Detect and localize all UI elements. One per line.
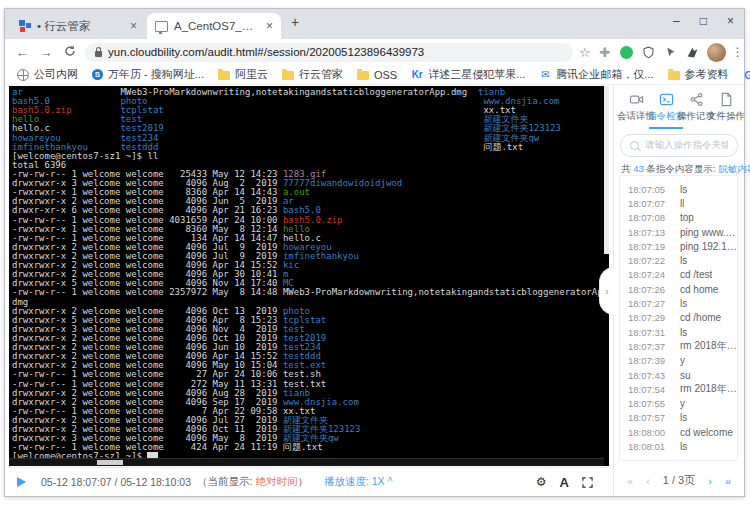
tab-centos7-session[interactable]: A_CentOS7_SZ1 × xyxy=(147,13,281,39)
evernote-extension-icon[interactable] xyxy=(619,44,635,60)
forward-button[interactable]: → xyxy=(37,45,55,60)
absolute-time-link[interactable]: 绝对时间 xyxy=(255,475,297,487)
command-row[interactable]: 18:07:13ping www.baidu.com xyxy=(620,225,737,239)
font-size-icon[interactable]: A xyxy=(560,475,569,490)
address-bar[interactable]: yun.cloudbility.com/audit.html#/session/… xyxy=(85,43,573,62)
maximize-button[interactable]: □ xyxy=(700,14,707,28)
terminal-line: drwxrwxr-x 5 welcome welcome 4096 Nov 14… xyxy=(12,279,603,288)
command-search-input[interactable]: 请输入操作指令关键字 xyxy=(620,134,738,157)
browser-window: • 行云管家 × A_CentOS7_SZ1 × + – □ × ← → yun… xyxy=(4,8,745,497)
settings-gear-icon[interactable]: ⚙ xyxy=(536,475,547,489)
command-row[interactable]: 18:07:24cd /test xyxy=(620,268,737,282)
command-row[interactable]: 18:07:37rm 2018年中国企业IT运... xyxy=(620,339,737,353)
bookmark-item[interactable]: 参考资料 xyxy=(668,67,729,82)
masked-content-link[interactable]: 脱敏内容 xyxy=(718,163,750,174)
play-button[interactable] xyxy=(17,477,35,487)
command-row[interactable]: 18:08:00cd welcome xyxy=(620,425,737,439)
url-text[interactable]: yun.cloudbility.com/audit.html#/session/… xyxy=(108,46,424,58)
close-button[interactable]: × xyxy=(727,14,734,28)
terminal-line: drwxrwxr-x 3 welcome welcome 4096 Nov 4 … xyxy=(12,325,603,334)
terminal-line: drwxrwxr-x 3 welcome welcome 4096 Aug 2 … xyxy=(12,179,603,188)
shield-extension-icon[interactable] xyxy=(641,44,657,60)
bookmarks-bar: 公司内网 S万年历 - 搜狗网址... 阿里云 行云管家 OSS Kr详述三星侵… xyxy=(5,65,744,85)
command-row[interactable]: 18:07:39y xyxy=(620,354,737,368)
bookmark-item[interactable]: S万年历 - 搜狗网址... xyxy=(92,67,204,82)
first-page-button[interactable]: « xyxy=(627,475,633,487)
command-row[interactable]: 18:07:22ls xyxy=(620,253,737,267)
google-icon: G xyxy=(743,69,750,81)
playback-speed-control[interactable]: 播放速度: 1X ^ xyxy=(324,475,393,489)
command-row[interactable]: 18:07:05ls xyxy=(620,182,737,196)
folder-icon xyxy=(282,71,294,80)
tab-xingyun[interactable]: • 行云管家 × xyxy=(11,13,145,39)
bookmark-item[interactable]: ✉腾讯企业邮箱，仅... xyxy=(539,67,653,82)
command-time: 18:07:24 xyxy=(628,269,670,280)
command-text: cd /test xyxy=(680,269,712,280)
command-time: 18:07:54 xyxy=(628,384,670,395)
refresh-button[interactable] xyxy=(61,45,79,60)
terminal-toolbar: ⚙ A xyxy=(536,475,609,490)
lock-icon xyxy=(95,51,102,57)
command-row[interactable]: 18:07:55y xyxy=(620,396,737,410)
sidebar-collapse-handle[interactable]: › xyxy=(599,267,614,315)
scrollbar-thumb[interactable] xyxy=(97,460,123,465)
terminal-vertical-scrollbar[interactable] xyxy=(604,86,609,254)
terminal-line: hello.c test2019 新建文件夹123123 xyxy=(12,124,603,133)
tab-close-icon[interactable]: × xyxy=(266,19,273,33)
new-tab-button[interactable]: + xyxy=(291,14,299,30)
command-row[interactable]: 18:07:54rm 2018年中国企业IT运... xyxy=(620,382,737,396)
command-time: 18:07:05 xyxy=(628,184,670,195)
bookmark-item[interactable]: 行云管家 xyxy=(282,67,343,82)
terminal-line: total 6396 xyxy=(12,161,603,170)
bookmark-item[interactable]: Kr详述三星侵犯苹果... xyxy=(411,67,525,82)
prev-page-button[interactable]: ‹ xyxy=(646,475,650,487)
window-controls: – □ × xyxy=(673,14,734,28)
terminal-line: drwxrwxr-x 2 welcome welcome 4096 Apr 30… xyxy=(12,270,603,279)
command-row[interactable]: 18:07:31ls xyxy=(620,325,737,339)
fullscreen-icon[interactable] xyxy=(582,477,593,488)
command-time: 18:08:00 xyxy=(628,427,670,438)
terminal-line: drwxrwxr-x 2 welcome welcome 4096 Sep 17… xyxy=(12,398,603,407)
display-mode: （当前显示: 绝对时间） xyxy=(197,475,308,489)
next-page-button[interactable]: › xyxy=(708,475,712,487)
tab-file-operation[interactable]: 文件操作 xyxy=(711,92,741,129)
terminal-screen[interactable]: ar MWeb3-ProMarkdownwriting,notetakingan… xyxy=(9,86,609,466)
bookmark-item[interactable]: 公司内网 xyxy=(17,67,78,82)
cursor-extension-icon[interactable] xyxy=(663,44,679,60)
dark-extension-icon[interactable] xyxy=(685,44,701,60)
command-row[interactable]: 18:07:26cd home xyxy=(620,282,737,296)
minimize-button[interactable]: – xyxy=(673,14,680,28)
terminal-line: drwxrwxr-x 2 welcome welcome 4096 Aug 28… xyxy=(12,389,603,398)
bookmark-item[interactable]: 阿里云 xyxy=(218,67,268,82)
command-row[interactable]: 18:08:01ls xyxy=(620,439,737,453)
bookmark-label: 腾讯企业邮箱，仅... xyxy=(556,67,653,82)
share-icon xyxy=(688,92,705,107)
back-button[interactable]: ← xyxy=(13,45,31,60)
command-row[interactable]: 18:07:57ls xyxy=(620,411,737,425)
command-row[interactable]: 18:07:43su xyxy=(620,368,737,382)
terminal-line: drwxr-xr-x 6 welcome welcome 4096 Apr 21… xyxy=(12,206,603,215)
command-row[interactable]: 18:07:07ll xyxy=(620,196,737,210)
command-row[interactable]: 18:07:08top xyxy=(620,211,737,225)
monitor-icon xyxy=(155,21,168,32)
terminal-line: dmg xyxy=(12,298,603,307)
bookmark-item[interactable]: GGoogle xyxy=(743,69,750,81)
command-row[interactable]: 18:07:27ls xyxy=(620,296,737,310)
tab-close-icon[interactable]: × xyxy=(130,19,137,33)
extension-plus-icon[interactable]: ✚ xyxy=(597,44,613,60)
search-icon xyxy=(630,141,639,150)
terminal-horizontal-scrollbar[interactable] xyxy=(9,458,604,466)
terminal-line: -rw-rw-r-- 1 welcome welcome 424 Apr 24 … xyxy=(12,443,603,452)
command-row[interactable]: 18:07:19ping 192.168.9.1 xyxy=(620,239,737,253)
bookmark-star-icon[interactable]: ☆ xyxy=(579,45,591,60)
pagination: « ‹ 1 / 3页 › » xyxy=(614,473,744,488)
command-text: cd home xyxy=(680,284,718,295)
command-row[interactable]: 18:07:29cd /home xyxy=(620,311,737,325)
terminal-line: -rw-rw-r-- 1 welcome welcome 272 May 11 … xyxy=(12,380,603,389)
profile-avatar[interactable] xyxy=(707,43,726,62)
page-indicator: 1 / 3页 xyxy=(663,473,695,488)
bookmark-item[interactable]: OSS xyxy=(357,69,397,81)
terminal-line: imfinethankyou testddd 问题.txt xyxy=(12,143,603,152)
chrome-menu-icon[interactable]: ⋮ xyxy=(732,45,744,59)
last-page-button[interactable]: » xyxy=(725,475,731,487)
